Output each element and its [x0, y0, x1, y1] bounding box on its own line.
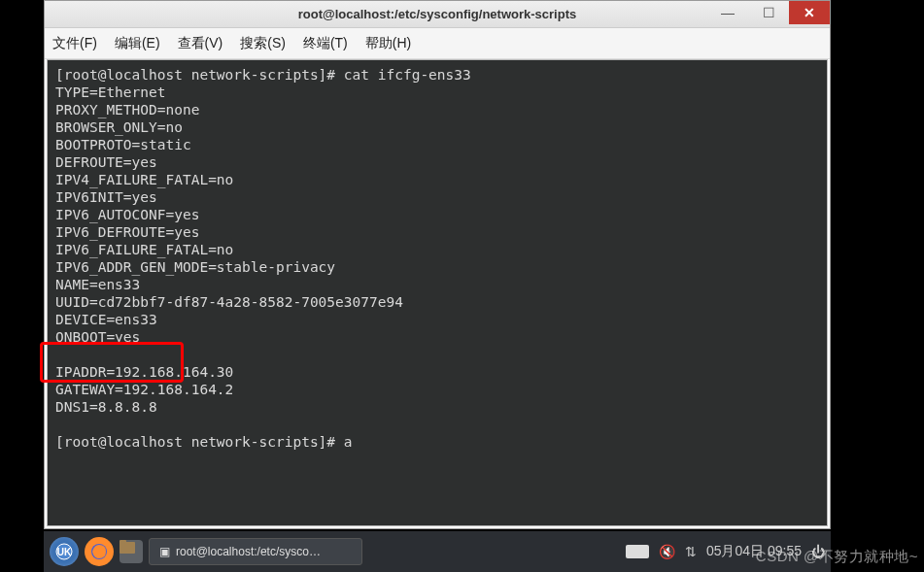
prompt: [root@localhost network-scripts]#: [55, 67, 344, 83]
command-text: cat ifcfg-ens33: [344, 67, 471, 83]
svg-text:UK: UK: [57, 547, 72, 557]
menubar: 文件(F) 编辑(E) 查看(V) 搜索(S) 终端(T) 帮助(H): [45, 28, 830, 59]
output-line: IPV4_FAILURE_FATAL=no: [55, 172, 233, 187]
output-line: IPV6_DEFROUTE=yes: [55, 224, 199, 240]
app-launcher-icon[interactable]: UK: [50, 537, 79, 566]
output-line: PROXY_METHOD=none: [55, 102, 199, 118]
output-line: DEVICE=ens33: [55, 312, 157, 327]
output-line: BOOTPROTO=static: [55, 137, 191, 152]
task-label: root@localhost:/etc/sysco…: [176, 545, 321, 558]
network-icon[interactable]: ⇅: [685, 544, 697, 559]
minimize-button[interactable]: —: [707, 1, 748, 24]
output-line: TYPE=Ethernet: [55, 84, 166, 100]
menu-help[interactable]: 帮助(H): [365, 35, 411, 52]
menu-view[interactable]: 查看(V): [178, 35, 223, 52]
firefox-icon[interactable]: [85, 537, 114, 566]
power-icon[interactable]: ⏻: [811, 544, 825, 559]
close-button[interactable]: ✕: [789, 1, 830, 24]
output-line: DNS1=8.8.8.8: [55, 399, 157, 415]
window-controls: — ☐ ✕: [707, 1, 830, 24]
output-line: IPADDR=192.168.164.30: [55, 364, 233, 380]
menu-edit[interactable]: 编辑(E): [115, 35, 160, 52]
terminal-icon: ▣: [159, 545, 170, 558]
clock[interactable]: 05月04日 09:55: [706, 543, 802, 560]
output-line: IPV6_ADDR_GEN_MODE=stable-privacy: [55, 259, 335, 275]
maximize-button[interactable]: ☐: [748, 1, 789, 24]
titlebar[interactable]: root@localhost:/etc/sysconfig/network-sc…: [45, 1, 830, 28]
input-method-icon[interactable]: [626, 545, 649, 558]
file-manager-icon[interactable]: [120, 540, 143, 563]
output-line: BROWSER_ONLY=no: [55, 119, 183, 135]
output-line: ONBOOT=yes: [55, 329, 140, 345]
output-line: DEFROUTE=yes: [55, 154, 157, 170]
output-line: NAME=ens33: [55, 277, 140, 292]
menu-terminal[interactable]: 终端(T): [303, 35, 348, 52]
prompt: [root@localhost network-scripts]#: [55, 434, 344, 450]
output-line: GATEWAY=192.168.164.2: [55, 382, 233, 397]
output-line: IPV6INIT=yes: [55, 189, 157, 205]
window-title: root@localhost:/etc/sysconfig/network-sc…: [298, 7, 576, 21]
terminal-viewport[interactable]: [root@localhost network-scripts]# cat if…: [47, 59, 828, 526]
menu-file[interactable]: 文件(F): [52, 35, 97, 52]
output-line: IPV6_FAILURE_FATAL=no: [55, 242, 233, 257]
terminal-window: root@localhost:/etc/sysconfig/network-sc…: [44, 0, 831, 529]
svg-rect-4: [120, 540, 126, 544]
taskbar-active-window[interactable]: ▣ root@localhost:/etc/sysco…: [149, 538, 362, 565]
taskbar: UK ▣ root@localhost:/etc/sysco… 🔇 ⇅ 05月0…: [44, 531, 831, 572]
output-line: UUID=cd72bbf7-df87-4a28-8582-7005e3077e9…: [55, 294, 403, 310]
volume-muted-icon[interactable]: 🔇: [659, 544, 675, 559]
output-line: IPV6_AUTOCONF=yes: [55, 207, 199, 222]
menu-search[interactable]: 搜索(S): [240, 35, 286, 52]
command-text: a: [344, 434, 353, 450]
system-tray: 🔇 ⇅ 05月04日 09:55 ⏻: [626, 543, 825, 560]
